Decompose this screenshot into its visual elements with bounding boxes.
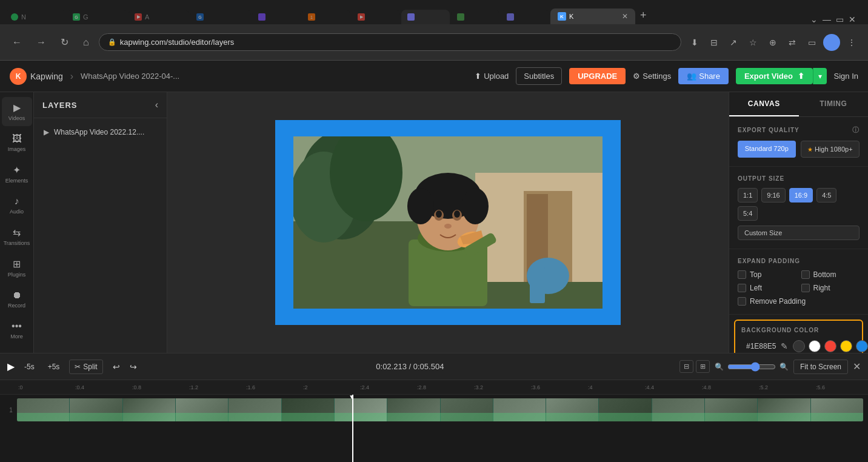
padding-bottom-checkbox[interactable]	[801, 270, 810, 279]
color-swatch-white[interactable]	[809, 340, 821, 352]
size-9-16-button[interactable]: 9:16	[761, 188, 785, 203]
upload-icon: ⬆	[475, 72, 481, 81]
track-height-button[interactable]: ⊟	[679, 360, 693, 373]
size-4-5-button[interactable]: 4:5	[816, 188, 836, 203]
sidebar-item-help[interactable]: ? Help	[2, 347, 32, 353]
eyedropper-button[interactable]: ✎	[781, 341, 788, 351]
bg-tab-6[interactable]: 1	[302, 10, 350, 24]
track-split-button[interactable]: ⊞	[696, 360, 710, 373]
bg-tab-2[interactable]: G G	[67, 10, 127, 24]
active-tab[interactable]: K K ✕	[550, 8, 635, 24]
bg-tab-5[interactable]	[252, 10, 301, 24]
download-icon[interactable]: ⬇	[686, 35, 703, 50]
quality-1080p-button[interactable]: ★ High 1080p+	[801, 141, 860, 158]
upgrade-button[interactable]: UPGRADE	[569, 68, 626, 84]
close-window-icon[interactable]: ✕	[849, 15, 856, 24]
remove-padding-checkbox[interactable]	[738, 297, 746, 306]
timeline-right-controls: ⊟ ⊞ 🔍 🔍 Fit to Screen ✕	[679, 360, 861, 374]
subtitles-button[interactable]: Subtitles	[516, 67, 562, 85]
quality-720p-button[interactable]: Standard 720p	[738, 141, 796, 158]
project-name[interactable]: WhatsApp Video 2022-04-...	[81, 72, 179, 81]
sidebar-item-more[interactable]: ••• More	[2, 316, 32, 344]
color-swatch-yellow[interactable]	[840, 340, 852, 352]
bg-tab-10[interactable]	[501, 10, 549, 24]
more-icon: •••	[12, 321, 22, 332]
menu-icon[interactable]: ⋮	[843, 35, 861, 50]
sidebar-item-audio[interactable]: ♪ Audio	[2, 191, 32, 219]
bg-tab-3[interactable]: ▶ A	[129, 10, 189, 24]
padding-right-checkbox[interactable]	[801, 284, 810, 292]
ruler-mark-0: :0	[18, 384, 75, 390]
size-1-1-button[interactable]: 1:1	[738, 188, 758, 203]
tabs-menu-icon[interactable]: ⌄	[810, 15, 818, 24]
bg-tab-9[interactable]	[451, 10, 499, 24]
sidebar-item-elements[interactable]: ✦ Elements	[2, 159, 32, 189]
bg-tab-8[interactable]	[401, 10, 450, 24]
bg-tab-4[interactable]: G	[190, 10, 251, 24]
padding-top-label: Top	[750, 270, 761, 279]
share-button[interactable]: 👥 Share	[678, 68, 729, 84]
output-size-section: OUTPUT SIZE 1:1 9:16 16:9 4:5 5:4 Custom…	[729, 167, 868, 249]
color-swatch-blue[interactable]	[856, 340, 868, 352]
new-tab-button[interactable]: +	[635, 7, 652, 24]
canvas-background[interactable]	[275, 120, 621, 325]
split-button[interactable]: ✂ Split	[69, 360, 102, 374]
reload-button[interactable]: ↻	[56, 34, 73, 50]
size-16-9-button[interactable]: 16:9	[789, 188, 813, 203]
forward-button[interactable]: →	[32, 35, 51, 50]
export-button[interactable]: Export Video ⬆	[736, 68, 813, 84]
padding-left-checkbox[interactable]	[738, 284, 746, 292]
bg-tab-7[interactable]: ▶	[352, 10, 400, 24]
bg-tab-1[interactable]: N	[5, 10, 65, 24]
sidebar-icon[interactable]: ▭	[803, 35, 821, 50]
upload-button[interactable]: ⬆ Upload	[475, 72, 509, 81]
signin-button[interactable]: Sign In	[834, 72, 858, 81]
zoom-slider[interactable]	[727, 362, 776, 372]
layer-item[interactable]: ▶ WhatsApp Video 2022.12....	[39, 123, 162, 141]
restore-icon[interactable]: ▭	[836, 15, 844, 24]
tab-canvas[interactable]: CANVAS	[729, 92, 799, 116]
cast-icon[interactable]: ⊟	[706, 35, 723, 50]
sidebar-item-record[interactable]: ⏺ Record	[2, 285, 32, 313]
skip-forward-button[interactable]: +5s	[44, 360, 64, 373]
undo-button[interactable]: ↩	[109, 360, 124, 374]
share-page-icon[interactable]: ↗	[725, 35, 742, 50]
sidebar-label-record: Record	[8, 303, 25, 309]
redo-button[interactable]: ↪	[126, 360, 141, 374]
sidebar-item-transitions[interactable]: ⇆ Transitions	[2, 222, 32, 251]
logo-icon: K	[10, 68, 27, 85]
color-swatch-red[interactable]	[824, 340, 836, 352]
timeline-close-button[interactable]: ✕	[853, 361, 861, 372]
layers-collapse-button[interactable]: ‹	[155, 99, 158, 110]
play-button[interactable]: ▶	[7, 361, 15, 372]
skip-back-button[interactable]: -5s	[21, 360, 38, 373]
sidebar-item-videos[interactable]: ▶ Videos	[2, 97, 32, 126]
size-5-4-button[interactable]: 5:4	[738, 206, 758, 221]
settings-button[interactable]: ⚙ Settings	[633, 72, 671, 81]
export-quality-title: EXPORT QUALITY ⓘ	[738, 126, 860, 135]
sidebar-item-images[interactable]: 🖼 Images	[2, 129, 32, 157]
quality-buttons: Standard 720p ★ High 1080p+	[738, 141, 860, 158]
export-quality-info-icon[interactable]: ⓘ	[852, 126, 860, 135]
back-button[interactable]: ←	[7, 35, 27, 50]
bookmark-icon[interactable]: ☆	[744, 35, 762, 50]
track-content-1[interactable]	[17, 398, 863, 421]
tab-timing[interactable]: TIMING	[799, 92, 869, 116]
sidebar-item-plugins[interactable]: ⊞ Plugins	[2, 253, 32, 283]
zoom-out-button[interactable]: 🔍	[715, 363, 724, 371]
export-dropdown-button[interactable]: ▾	[813, 68, 827, 84]
tab-close-btn[interactable]: ✕	[622, 12, 628, 21]
home-button[interactable]: ⌂	[78, 35, 94, 50]
padding-top-checkbox[interactable]	[738, 270, 746, 279]
ruler-mark-10: :4	[588, 384, 645, 390]
fit-screen-button[interactable]: Fit to Screen	[793, 360, 848, 374]
address-bar[interactable]: 🔒 kapwing.com/studio/editor/layers	[99, 33, 681, 51]
extensions-icon[interactable]: ⊕	[764, 35, 781, 50]
kapwing-logo[interactable]: K Kapwing	[10, 68, 63, 85]
custom-size-button[interactable]: Custom Size	[738, 226, 860, 240]
zoom-in-button[interactable]: 🔍	[780, 363, 789, 371]
color-swatch-black[interactable]	[793, 340, 805, 352]
minimize-icon[interactable]: —	[823, 15, 831, 24]
sync-icon[interactable]: ⇄	[784, 35, 801, 50]
profile-avatar[interactable]	[823, 34, 840, 51]
